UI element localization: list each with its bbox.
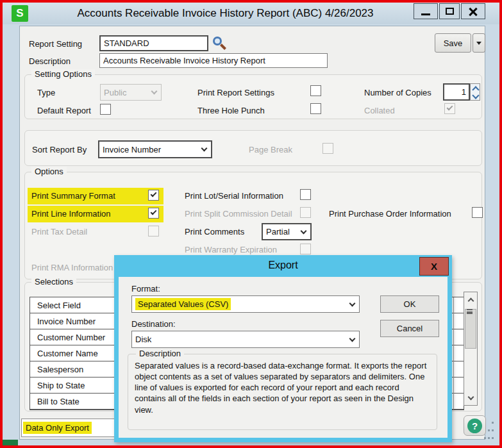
print-lot-serial-information-checkbox[interactable] [300, 189, 311, 200]
help-icon: ? [467, 419, 482, 433]
type-label: Type [37, 88, 55, 97]
scroll-down-button[interactable] [464, 391, 477, 405]
report-setting-label: Report Setting [29, 39, 82, 49]
description-text: Separated values is a record-based data-… [135, 360, 432, 415]
chevron-down-icon [151, 88, 158, 95]
export-dialog: Export X Format: Separated Values (CSV) … [114, 255, 452, 442]
close-button[interactable] [461, 3, 485, 19]
background-app-sliver [3, 440, 18, 445]
maximize-button[interactable] [439, 3, 460, 19]
print-line-information-checkbox[interactable] [148, 208, 159, 219]
number-of-copies-stepper[interactable] [470, 83, 480, 101]
three-hole-punch-label: Three Hole Punch [197, 106, 265, 115]
export-dialog-close-button[interactable]: X [419, 257, 449, 276]
help-button[interactable]: ? [464, 415, 486, 436]
options-title: Options [31, 167, 67, 176]
format-label: Format: [131, 284, 160, 294]
save-dropdown-button[interactable] [473, 33, 485, 53]
ok-button[interactable]: OK [380, 295, 439, 313]
collated-checkbox [444, 103, 455, 114]
number-of-copies-input[interactable]: 1 [443, 83, 470, 101]
description-group-title: Description [136, 349, 184, 358]
data-only-export-value: Data Only Export [23, 422, 92, 434]
spin-down-icon[interactable] [471, 92, 480, 101]
data-only-export-field[interactable]: Data Only Export [21, 419, 117, 437]
print-comments-label: Print Comments [185, 227, 244, 236]
collated-label: Collated [364, 106, 395, 115]
print-line-information-label: Print Line Information [31, 209, 111, 219]
cancel-button[interactable]: Cancel [380, 320, 439, 337]
lookup-magnifier-icon[interactable] [212, 36, 226, 50]
selections-title: Selections [31, 277, 76, 286]
chevron-down-icon [467, 394, 474, 400]
window-title: Accounts Receivable Invoice History Repo… [41, 7, 410, 20]
format-value: Separated Values (CSV) [135, 298, 231, 310]
print-summary-format-label: Print Summary Format [31, 191, 115, 201]
app-logo-icon: S [12, 5, 28, 22]
chevron-down-icon [349, 300, 356, 306]
chevron-up-icon [467, 297, 474, 304]
setting-options-group: Setting Options Type Public Print Report… [24, 74, 482, 119]
default-report-checkbox[interactable] [100, 104, 111, 115]
sort-panel: Sort Report By Invoice Number Page Break [24, 130, 482, 166]
description-input[interactable]: Accounts Receivable Invoice History Repo… [99, 53, 328, 68]
export-dialog-title: Export [114, 260, 452, 271]
print-comments-dropdown[interactable]: Partial [262, 223, 312, 240]
minimize-icon [421, 13, 430, 15]
dropdown-arrow-icon [476, 42, 481, 45]
window-titlebar: S Accounts Receivable Invoice History Re… [3, 3, 499, 24]
screenshot-root: S Accounts Receivable Invoice History Re… [0, 0, 502, 448]
setting-options-title: Setting Options [31, 69, 95, 79]
report-setting-input[interactable]: STANDARD [99, 35, 208, 51]
page-break-label: Page Break [249, 145, 292, 154]
print-report-settings-checkbox[interactable] [310, 85, 321, 96]
print-tax-detail-checkbox [148, 226, 159, 236]
default-report-label: Default Report [37, 106, 91, 115]
close-icon [468, 6, 478, 17]
check-icon [151, 209, 157, 215]
print-tax-detail-label: Print Tax Detail [31, 227, 87, 236]
print-split-commission-detail-label: Print Split Commission Detail [185, 209, 292, 219]
format-dropdown[interactable]: Separated Values (CSV) [131, 295, 360, 313]
print-warranty-expiration-checkbox [300, 244, 311, 254]
chevron-down-icon [349, 335, 356, 342]
sort-report-by-label: Sort Report By [32, 145, 87, 154]
print-summary-format-checkbox[interactable] [148, 190, 159, 201]
description-label: Description [29, 56, 71, 66]
print-purchase-order-information-checkbox[interactable] [472, 207, 483, 218]
selections-scrollbar[interactable] [464, 292, 478, 406]
print-lot-serial-information-label: Print Lot/Serial Information [185, 191, 283, 201]
print-warranty-expiration-label: Print Warranty Expiration [185, 245, 277, 254]
scroll-up-button[interactable] [464, 292, 477, 306]
scrollbar-grip-icon [467, 309, 473, 314]
chevron-down-icon [201, 145, 208, 152]
maximize-icon [446, 8, 454, 15]
chevron-down-icon [301, 228, 307, 234]
check-icon [151, 191, 157, 197]
resize-grip[interactable] [484, 422, 494, 441]
three-hole-punch-checkbox[interactable] [310, 103, 321, 114]
minimize-button[interactable] [414, 3, 438, 19]
spin-up-icon[interactable] [471, 84, 480, 92]
sort-report-by-dropdown[interactable]: Invoice Number [98, 140, 212, 158]
description-group: Description Separated values is a record… [128, 354, 437, 430]
check-icon [447, 104, 453, 111]
number-of-copies-label: Number of Copies [364, 88, 431, 97]
print-purchase-order-information-label: Print Purchase Order Information [329, 209, 451, 219]
page-break-checkbox [322, 143, 333, 154]
print-report-settings-label: Print Report Settings [197, 88, 274, 97]
export-dialog-body: Format: Separated Values (CSV) OK Destin… [119, 277, 448, 438]
table-column-divider [453, 297, 454, 410]
destination-label: Destination: [131, 319, 176, 329]
print-split-commission-detail-checkbox [300, 207, 311, 218]
save-button[interactable]: Save [435, 33, 471, 53]
print-rma-information-label: Print RMA Information [31, 263, 113, 272]
destination-dropdown[interactable]: Disk [131, 331, 360, 348]
scrollbar-thumb[interactable] [465, 309, 476, 349]
type-dropdown[interactable]: Public [100, 84, 162, 101]
